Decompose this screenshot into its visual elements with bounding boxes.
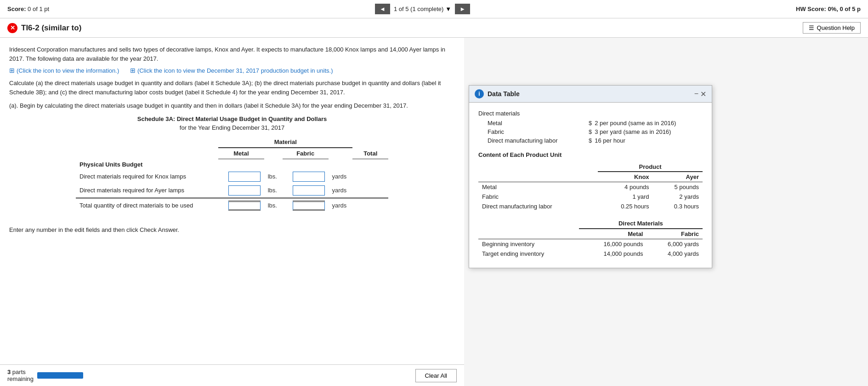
modal-header: i Data Table − ✕ — [469, 86, 712, 103]
dm-beginning-metal: 16,000 pounds — [579, 239, 647, 249]
modal-controls: − ✕ — [694, 90, 706, 98]
dm-target-fabric: 4,000 yards — [647, 249, 703, 259]
info-link-1[interactable]: ⊞ (Click the icon to view the informatio… — [9, 67, 119, 74]
parts-count: 3 — [7, 369, 11, 375]
ayer-fabric-input[interactable] — [293, 185, 325, 196]
knox-metal-input[interactable] — [228, 172, 261, 182]
direct-materials-section: Direct materials Metal $ 2 per pound (sa… — [478, 110, 703, 144]
content-fabric-knox: 1 yard — [598, 192, 653, 202]
question-help-button[interactable]: ☰ Question Help — [803, 22, 861, 34]
question-help-label: Question Help — [817, 24, 855, 31]
modal-minimize-button[interactable]: − — [694, 90, 698, 98]
dm-section-header: Direct Materials — [579, 219, 703, 229]
col-total: Total — [352, 148, 388, 159]
total-fabric-input[interactable] — [293, 201, 325, 211]
grid-icon-1: ⊞ — [9, 67, 15, 74]
content-labor-knox: 0.25 hours — [598, 202, 653, 211]
schedule-title: Schedule 3A: Direct Material Usage Budge… — [9, 115, 455, 122]
content-fabric-ayer: 2 yards — [653, 192, 703, 202]
data-table-modal: i Data Table − ✕ Direct materials Metal … — [469, 85, 712, 268]
knox-fabric-unit: yards — [329, 170, 353, 184]
content-labor-label: Direct manufacturing labor — [478, 202, 598, 211]
progress-bar — [37, 372, 83, 379]
col-ayer: Ayer — [653, 172, 703, 182]
col-fabric: Fabric — [283, 148, 329, 159]
content-title: Content of Each Product Unit — [478, 151, 703, 158]
info-link-2[interactable]: ⊞ (Click the icon to view the December 3… — [130, 67, 333, 74]
data-table-title: Data Table — [488, 90, 520, 98]
total-fabric-unit: yards — [329, 198, 353, 213]
dm-header: Direct materials — [478, 110, 703, 117]
ayer-fabric-unit: yards — [329, 184, 353, 198]
nav-info-text: 1 of 5 (1 complete) — [394, 6, 443, 12]
nav-info: 1 of 5 (1 complete) ▼ — [394, 6, 451, 12]
dm-metal-value: 2 per pound (same as in 2016) — [595, 120, 676, 127]
link1-text: (Click the icon to view the information.… — [17, 67, 119, 74]
section-header-physical: Physical Units Budget — [76, 159, 218, 170]
dm-detail-row-target: Target ending inventory 14,000 pounds 4,… — [478, 249, 703, 259]
dm-target-label: Target ending inventory — [478, 249, 579, 259]
title-bar: ✕ TI6-2 (similar to) ☰ Question Help — [0, 18, 868, 38]
dm-beginning-fabric: 6,000 yards — [647, 239, 703, 249]
links-row: ⊞ (Click the icon to view the informatio… — [9, 67, 455, 74]
dm-beginning-label: Beginning inventory — [478, 239, 579, 249]
schedule-table: Material Metal Fabric Total Physical Uni… — [76, 137, 388, 213]
nav-prev-button[interactable]: ◄ — [375, 4, 390, 14]
parts-info: 3 partsremaining — [7, 369, 83, 382]
list-icon: ☰ — [809, 24, 814, 31]
score-label: Score: 0 of 1 pt — [7, 6, 49, 12]
bottom-bar: 3 partsremaining Clear All — [0, 364, 464, 383]
modal-close-button[interactable]: ✕ — [700, 90, 706, 98]
parts-label: partsremaining — [7, 369, 34, 382]
dm-detail-table: Direct Materials Metal Fabric Beginning … — [478, 219, 703, 259]
x-icon: ✕ — [7, 23, 17, 33]
nav-center: ◄ 1 of 5 (1 complete) ▼ ► — [375, 4, 470, 14]
top-bar: Score: 0 of 1 pt ◄ 1 of 5 (1 complete) ▼… — [0, 0, 868, 18]
nav-next-button[interactable]: ► — [455, 4, 470, 14]
content-row-metal: Metal 4 pounds 5 pounds — [478, 182, 703, 192]
score-value: 0 of 1 pt — [28, 6, 49, 12]
info-icon: i — [475, 89, 484, 98]
content-metal-knox: 4 pounds — [598, 182, 653, 192]
total-metal-input[interactable] — [228, 201, 261, 211]
dm-fabric-value: 3 per yard (same as in 2016) — [595, 128, 671, 135]
table-row: Direct materials required for Ayer lamps… — [76, 184, 388, 198]
hw-score: HW Score: 0%, 0 of 5 p — [796, 6, 861, 12]
score-title: Score: — [7, 6, 26, 12]
clear-all-button[interactable]: Clear All — [415, 369, 457, 382]
dm-row-metal: Metal $ 2 per pound (same as in 2016) — [478, 120, 703, 127]
content-table: Product Knox Ayer Metal 4 pounds 5 pound… — [478, 162, 703, 211]
dm-labor-value: 16 per hour — [595, 137, 625, 144]
total-metal-unit: lbs. — [264, 198, 283, 213]
row-label-ayer: Direct materials required for Ayer lamps — [76, 184, 218, 198]
sub-question-text: (a). Begin by calculating the direct mat… — [9, 102, 455, 109]
ayer-metal-unit: lbs. — [264, 184, 283, 198]
content-metal-label: Metal — [478, 182, 598, 192]
nav-dropdown-button[interactable]: ▼ — [445, 6, 451, 12]
table-row-total: Total quantity of direct materials to be… — [76, 198, 388, 213]
content-row-labor: Direct manufacturing labor 0.25 hours 0.… — [478, 202, 703, 211]
modal-header-left: i Data Table — [475, 89, 520, 98]
dm-col-metal: Metal — [579, 229, 647, 239]
dm-col-fabric: Fabric — [647, 229, 703, 239]
schedule-subtitle: for the Year Ending December 31, 2017 — [9, 124, 455, 131]
content-row-fabric: Fabric 1 yard 2 yards — [478, 192, 703, 202]
ayer-metal-input[interactable] — [228, 185, 261, 196]
col-knox: Knox — [598, 172, 653, 182]
row-label-total: Total quantity of direct materials to be… — [76, 198, 218, 213]
col-metal: Metal — [218, 148, 264, 159]
enter-instruction: Enter any number in the edit fields and … — [9, 226, 455, 233]
hw-score-label: HW Score: — [796, 6, 826, 12]
material-header: Material — [218, 137, 352, 148]
dm-row-labor: Direct manufacturing labor $ 16 per hour — [478, 137, 703, 144]
knox-fabric-input[interactable] — [293, 172, 325, 182]
title-left: ✕ TI6-2 (similar to) — [7, 23, 81, 33]
intro-text: Iridescent Corporation manufactures and … — [9, 45, 455, 63]
content-metal-ayer: 5 pounds — [653, 182, 703, 192]
dm-target-metal: 14,000 pounds — [579, 249, 647, 259]
link2-text: (Click the icon to view the December 31,… — [137, 67, 333, 74]
instruction-text: Calculate (a) the direct materials usage… — [9, 79, 455, 97]
table-row: Direct materials required for Knox lamps… — [76, 170, 388, 184]
hw-score-value: 0%, 0 of 5 p — [828, 6, 861, 12]
product-header: Product — [598, 162, 703, 172]
